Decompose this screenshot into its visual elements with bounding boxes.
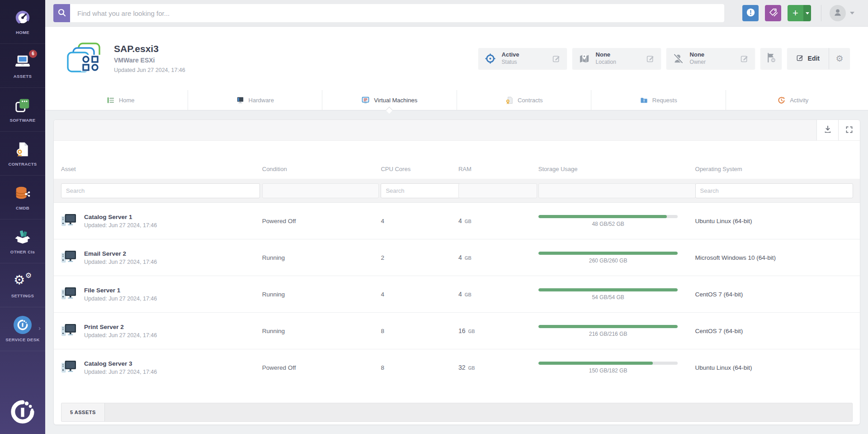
sidebar-item-other-cis[interactable]: OTHER CIs bbox=[0, 219, 45, 263]
storage-usage-label: 260 GB/260 GB bbox=[538, 258, 678, 264]
sidebar-item-settings[interactable]: ⚙⚙ SETTINGS bbox=[0, 263, 45, 307]
ram-unit: GB bbox=[465, 256, 472, 261]
user-menu-caret[interactable] bbox=[850, 12, 854, 14]
column-header-ram: RAM bbox=[458, 166, 538, 172]
map-pin-icon bbox=[579, 53, 590, 64]
edit-owner-icon[interactable] bbox=[727, 54, 749, 63]
vmware-esxi-icon bbox=[67, 43, 102, 74]
asset-name-link[interactable]: Email Server 2 bbox=[84, 250, 157, 258]
storage-bar-fill bbox=[538, 215, 667, 218]
asset-name-link[interactable]: Catalog Server 1 bbox=[84, 213, 157, 221]
column-header-asset: Asset bbox=[61, 166, 262, 172]
create-split-button[interactable]: + bbox=[788, 5, 811, 21]
open-box-icon bbox=[14, 228, 32, 246]
location-chip[interactable]: None Location bbox=[572, 48, 661, 69]
tab-home[interactable]: Home bbox=[53, 90, 188, 110]
sidebar-item-home[interactable]: HOME bbox=[0, 0, 45, 44]
asset-name-link[interactable]: Print Server 2 bbox=[84, 323, 157, 331]
owner-chip[interactable]: None Owner bbox=[666, 48, 755, 69]
filter-os-input[interactable] bbox=[695, 183, 854, 198]
search-button[interactable] bbox=[53, 4, 70, 22]
gauge-icon bbox=[14, 9, 32, 27]
asset-updated-date: Updated Jun 27 2024, 17:46 bbox=[114, 67, 185, 73]
tab-requests[interactable]: Requests bbox=[591, 90, 726, 110]
storage-bar-fill bbox=[538, 252, 678, 255]
filter-storage-input[interactable] bbox=[538, 183, 696, 198]
edit-button[interactable]: Edit bbox=[787, 48, 829, 69]
tab-label: Virtual Machines bbox=[374, 97, 417, 104]
edit-location-icon[interactable] bbox=[633, 54, 655, 63]
target-icon bbox=[485, 53, 496, 64]
tags-button[interactable] bbox=[765, 5, 781, 21]
gears-icon: ⚙⚙ bbox=[14, 272, 32, 290]
asset-settings-button[interactable]: ⚙ bbox=[829, 48, 850, 69]
asset-actions: Active Status None Location bbox=[478, 48, 850, 69]
tab-label: Hardware bbox=[249, 97, 274, 104]
storage-usage-bar: 48 GB/52 GB bbox=[538, 215, 678, 227]
alerts-button[interactable] bbox=[742, 5, 759, 21]
computer-asset-icon bbox=[61, 324, 77, 338]
tab-virtual-machines[interactable]: Virtual Machines bbox=[322, 90, 457, 110]
vm-table-card: Asset Condition CPU Cores RAM Storage Us… bbox=[53, 119, 860, 425]
table-row[interactable]: File Server 1 Updated: Jun 27 2024, 17:4… bbox=[54, 276, 860, 312]
filter-ram-input[interactable] bbox=[458, 183, 537, 198]
asset-updated-text: Updated: Jun 27 2024, 17:46 bbox=[84, 369, 157, 375]
asset-tabs: Home Hardware Virtual Machines Contrac bbox=[45, 90, 868, 110]
plus-icon: + bbox=[788, 5, 803, 21]
brand-logo-icon bbox=[0, 400, 45, 434]
ram-value: 32 bbox=[458, 364, 466, 371]
status-value: Active bbox=[502, 51, 519, 58]
flag-button[interactable] bbox=[760, 48, 782, 69]
ribbon-doc-icon bbox=[505, 96, 514, 105]
computer-asset-icon bbox=[61, 361, 77, 374]
tags-icon bbox=[769, 8, 778, 19]
column-header-cpu-cores: CPU Cores bbox=[381, 166, 458, 172]
tab-hardware[interactable]: Hardware bbox=[188, 90, 322, 110]
fullscreen-button[interactable] bbox=[838, 120, 860, 140]
asset-name-link[interactable]: File Server 1 bbox=[84, 286, 157, 295]
fullscreen-icon bbox=[845, 125, 854, 135]
filter-condition-input[interactable] bbox=[262, 183, 379, 198]
export-download-button[interactable] bbox=[816, 120, 838, 140]
cpu-cores-value: 8 bbox=[381, 328, 458, 334]
sidebar-item-label: SOFTWARE bbox=[9, 118, 35, 123]
sidebar-item-service-desk[interactable]: › SERVICE DESK bbox=[0, 307, 45, 351]
table-row[interactable]: Email Server 2 Updated: Jun 27 2024, 17:… bbox=[54, 239, 860, 276]
edit-button-group: Edit ⚙ bbox=[787, 48, 850, 69]
tab-label: Home bbox=[119, 97, 135, 104]
tab-contracts[interactable]: Contracts bbox=[457, 90, 591, 110]
filter-cpu-cores-input[interactable] bbox=[381, 183, 463, 198]
table-row[interactable]: Catalog Server 1 Updated: Jun 27 2024, 1… bbox=[54, 203, 860, 239]
sidebar-item-contracts[interactable]: CONTRACTS bbox=[0, 132, 45, 176]
topbar-actions: + bbox=[736, 5, 854, 21]
sidebar-item-software[interactable]: SOFTWARE bbox=[0, 88, 45, 132]
table-header-row: Asset Condition CPU Cores RAM Storage Us… bbox=[54, 141, 860, 179]
sidebar-item-assets[interactable]: 6 ASSETS bbox=[0, 44, 45, 88]
chevron-right-icon: › bbox=[38, 324, 41, 332]
search-input[interactable] bbox=[70, 4, 724, 22]
asset-name-link[interactable]: Catalog Server 3 bbox=[84, 360, 157, 368]
condition-value: Running bbox=[262, 254, 381, 261]
table-row[interactable]: Catalog Server 3 Updated: Jun 27 2024, 1… bbox=[54, 349, 860, 386]
history-icon bbox=[777, 96, 786, 105]
ram-unit: GB bbox=[465, 219, 472, 224]
sidebar-item-cmdb[interactable]: CMDB bbox=[0, 176, 45, 219]
topbar: + bbox=[45, 0, 868, 27]
cpu-cores-value: 4 bbox=[381, 218, 458, 224]
tab-activity[interactable]: Activity bbox=[726, 90, 860, 110]
storage-usage-label: 150 GB/182 GB bbox=[538, 367, 678, 374]
os-value: Microsoft Windows 10 (64-bit) bbox=[695, 254, 853, 261]
filter-asset-input[interactable] bbox=[61, 183, 260, 198]
table-row[interactable]: Print Server 2 Updated: Jun 27 2024, 17:… bbox=[54, 312, 860, 349]
tab-label: Activity bbox=[790, 97, 808, 104]
chevron-down-icon bbox=[803, 5, 811, 21]
os-value: CentOS 7 (64-bit) bbox=[695, 291, 853, 298]
owner-value: None bbox=[690, 51, 706, 58]
status-chip[interactable]: Active Status bbox=[478, 48, 567, 69]
computer-asset-icon bbox=[61, 214, 77, 228]
database-icon bbox=[14, 184, 32, 202]
vm-monitor-icon bbox=[361, 96, 370, 105]
ram-unit: GB bbox=[468, 366, 475, 371]
user-avatar[interactable] bbox=[830, 5, 846, 21]
edit-status-icon[interactable] bbox=[539, 54, 561, 63]
